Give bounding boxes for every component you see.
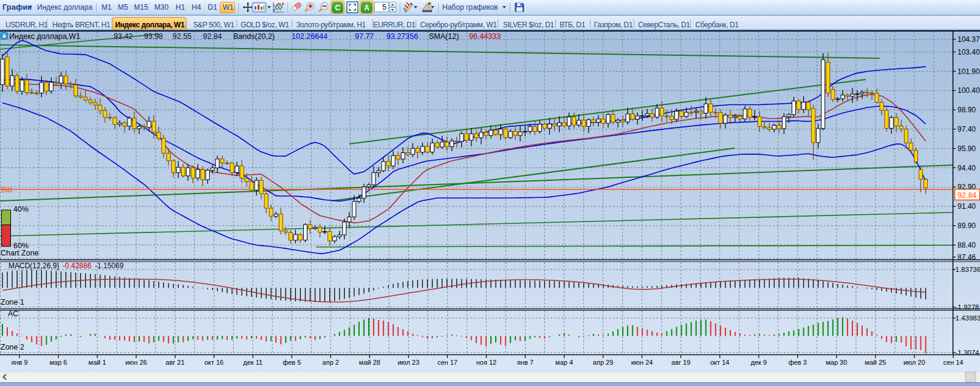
svg-text:-1.9278: -1.9278	[956, 303, 979, 311]
svg-text:1.43983: 1.43983	[956, 314, 980, 322]
svg-text:ноя 12: ноя 12	[476, 359, 496, 366]
svg-text:97.77: 97.77	[355, 32, 374, 41]
svg-text:96.44333: 96.44333	[469, 32, 501, 41]
svg-text:92.90: 92.90	[958, 183, 976, 191]
svg-text:сен 14: сен 14	[944, 359, 964, 366]
svg-text:104.37: 104.37	[958, 35, 980, 44]
svg-text:1.83736: 1.83736	[956, 266, 980, 273]
svg-text:Zone 2: Zone 2	[1, 343, 24, 351]
svg-text:июн 26: июн 26	[125, 359, 147, 366]
svg-text:дек 9: дек 9	[751, 359, 767, 366]
svg-text:окт 16: окт 16	[205, 359, 224, 366]
svg-text:мар 30: мар 30	[826, 359, 847, 366]
svg-text:91.40: 91.40	[958, 202, 976, 211]
svg-text:авг 19: авг 19	[671, 359, 690, 366]
svg-text:Bid: Bid	[1, 186, 12, 194]
svg-text:Chart Zone: Chart Zone	[1, 249, 39, 257]
svg-text:92.55: 92.55	[173, 32, 191, 41]
svg-text:янв 7: янв 7	[517, 359, 533, 366]
svg-text:мар 6: мар 6	[50, 359, 67, 366]
svg-text:дек 11: дек 11	[243, 359, 262, 366]
svg-text:100.40: 100.40	[958, 86, 980, 95]
svg-text:фев 3: фев 3	[789, 359, 807, 366]
svg-text:95.90: 95.90	[958, 144, 976, 153]
svg-text:Zone 1: Zone 1	[1, 298, 24, 306]
svg-text:97.40: 97.40	[958, 125, 976, 134]
svg-text:98.90: 98.90	[958, 106, 976, 114]
svg-text:-0.42886: -0.42886	[63, 262, 92, 270]
svg-text:102.26644: 102.26644	[292, 32, 327, 41]
svg-text:мар 4: мар 4	[555, 359, 573, 366]
svg-text:Индекс доллара,W1: Индекс доллара,W1	[9, 32, 80, 41]
svg-text:93.98: 93.98	[144, 32, 163, 41]
svg-text:янв 9: янв 9	[11, 359, 27, 366]
svg-text:87.46: 87.46	[958, 253, 976, 262]
svg-text:92.84: 92.84	[958, 191, 976, 200]
svg-text:89.90: 89.90	[958, 222, 976, 230]
svg-text:апр 2: апр 2	[323, 359, 339, 366]
svg-text:июн 24: июн 24	[631, 359, 653, 366]
svg-text:май 1: май 1	[89, 359, 106, 366]
svg-text:101.90: 101.90	[958, 67, 980, 76]
svg-text:авг 21: авг 21	[166, 359, 185, 366]
svg-text:94.40: 94.40	[958, 164, 976, 172]
svg-text:40%: 40%	[13, 205, 29, 214]
svg-text:SMA(12): SMA(12)	[429, 32, 459, 41]
svg-text:103.40: 103.40	[958, 48, 980, 56]
svg-text:май 28: май 28	[359, 359, 380, 366]
svg-text:июл 23: июл 23	[397, 359, 419, 366]
svg-text:окт 14: окт 14	[710, 359, 729, 366]
svg-text:-1.15069: -1.15069	[95, 262, 124, 270]
svg-text:сен 17: сен 17	[437, 359, 457, 366]
svg-text:апр 29: апр 29	[593, 359, 613, 366]
svg-text:92.84: 92.84	[203, 32, 222, 41]
svg-text:AC: AC	[8, 310, 18, 318]
svg-text:93.42: 93.42	[114, 32, 132, 41]
svg-text:фев 5: фев 5	[283, 359, 301, 366]
svg-text:MACD(12,26,9): MACD(12,26,9)	[9, 262, 59, 270]
svg-text:май 25: май 25	[865, 359, 886, 366]
svg-text:88.40: 88.40	[958, 241, 976, 249]
svg-text:Bands(20,2): Bands(20,2)	[233, 32, 275, 41]
svg-text:-1.3074: -1.3074	[956, 349, 980, 356]
svg-text:июл 20: июл 20	[903, 359, 925, 366]
svg-text:93.27356: 93.27356	[386, 32, 418, 41]
